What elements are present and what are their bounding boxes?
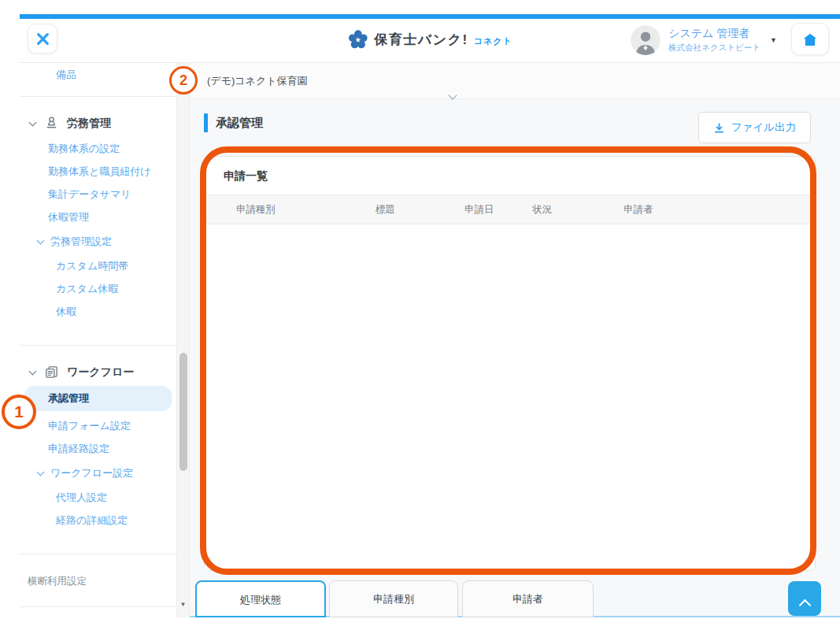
user-name: システム 管理者 bbox=[668, 27, 760, 41]
home-icon bbox=[801, 31, 819, 48]
sidebar-group-label: 横断利用設定 bbox=[20, 567, 176, 596]
column-header: 標題 bbox=[376, 195, 395, 224]
main-content: (デモ)コネクト保育園 承認管理 ファイル出力 申請一覧 申請種別標題申請日状況… bbox=[189, 63, 840, 617]
divider bbox=[20, 606, 176, 607]
facility-selector[interactable]: (デモ)コネクト保育園 bbox=[190, 63, 840, 99]
home-button[interactable] bbox=[791, 23, 829, 55]
sidebar-scrollbar[interactable]: ▼ bbox=[176, 63, 189, 617]
scroll-to-top-button[interactable] bbox=[788, 581, 821, 616]
chevron-down-icon bbox=[29, 121, 36, 125]
sidebar-item[interactable]: 経路の詳細設定 bbox=[20, 509, 176, 532]
stamp-icon bbox=[44, 116, 59, 131]
scrollbar-down-arrow-icon[interactable]: ▼ bbox=[177, 601, 189, 608]
sidebar-item[interactable]: 休暇 bbox=[20, 300, 176, 323]
scrollbar-thumb[interactable] bbox=[179, 353, 187, 471]
chevron-down-icon bbox=[37, 471, 44, 475]
sidebar-item[interactable]: 勤務体系の設定 bbox=[20, 137, 176, 160]
column-header: 状況 bbox=[532, 195, 552, 224]
divider bbox=[20, 96, 176, 97]
close-icon bbox=[35, 31, 51, 47]
sidebar-item[interactable]: 申請フォーム設定 bbox=[20, 414, 176, 437]
user-menu[interactable]: システム 管理者 株式会社ネクストビート ▼ bbox=[631, 25, 777, 55]
application-list-panel: 申請一覧 申請種別標題申請日状況申請者 bbox=[204, 156, 816, 571]
facility-name: (デモ)コネクト保育園 bbox=[207, 75, 308, 87]
file-export-label: ファイル出力 bbox=[731, 120, 796, 135]
column-header: 申請種別 bbox=[236, 195, 276, 224]
workflow-icon bbox=[44, 365, 59, 380]
sidebar-item[interactable]: 申請経路設定 bbox=[20, 437, 176, 460]
sidebar-section[interactable]: ワークフロー bbox=[20, 365, 176, 380]
page-title-text: 承認管理 bbox=[216, 116, 263, 131]
table-empty-body bbox=[205, 224, 815, 571]
column-header: 申請日 bbox=[464, 195, 494, 224]
panel-title: 申請一覧 bbox=[205, 157, 815, 195]
app-header: 保育士バンク! コネクト システム 管理者 株式会社ネクストビート ▼ bbox=[20, 19, 840, 63]
caret-down-icon: ▼ bbox=[770, 36, 777, 44]
chevron-down-icon bbox=[29, 370, 36, 374]
close-button[interactable] bbox=[28, 24, 57, 54]
filter-tab[interactable]: 申請者 bbox=[462, 580, 594, 617]
filter-tab[interactable]: 申請種別 bbox=[329, 580, 458, 617]
flower-logo-icon bbox=[347, 29, 368, 50]
column-header: 申請者 bbox=[624, 195, 653, 224]
sidebar: 備品労務管理勤務体系の設定勤務体系と職員紐付け集計データサマリ休暇管理労務管理設… bbox=[20, 63, 176, 617]
sidebar-item[interactable]: 集計データサマリ bbox=[20, 183, 176, 206]
table-header-row: 申請種別標題申請日状況申請者 bbox=[205, 195, 815, 224]
sidebar-item[interactable]: 勤務体系と職員紐付け bbox=[20, 160, 176, 183]
sidebar-item[interactable]: カスタム時間帯 bbox=[20, 254, 176, 277]
app-logo: 保育士バンク! コネクト bbox=[347, 29, 512, 50]
chevron-down-icon bbox=[37, 239, 44, 243]
download-icon bbox=[713, 122, 725, 134]
page-title: 承認管理 bbox=[204, 113, 263, 132]
sidebar-item[interactable]: 備品 bbox=[20, 63, 176, 86]
sidebar-item[interactable]: 代理人設定 bbox=[20, 486, 176, 509]
title-accent-bar bbox=[204, 113, 208, 132]
sidebar-item[interactable]: 休暇管理 bbox=[20, 206, 176, 228]
sidebar-subsection[interactable]: ワークフロー設定 bbox=[20, 460, 176, 486]
sidebar-subsection-label: ワークフロー設定 bbox=[50, 466, 133, 480]
divider bbox=[20, 554, 176, 554]
chevron-down-icon bbox=[450, 77, 456, 113]
sidebar-item[interactable]: カスタム休暇 bbox=[20, 277, 176, 300]
sidebar-section-label: ワークフロー bbox=[67, 365, 134, 380]
chevron-up-icon bbox=[798, 598, 811, 611]
sidebar-item[interactable]: 承認管理 bbox=[24, 386, 172, 411]
file-export-button[interactable]: ファイル出力 bbox=[698, 112, 811, 143]
logo-text: 保育士バンク! bbox=[374, 31, 468, 49]
filter-tab-bar: 処理状態申請種別申請者 bbox=[190, 580, 840, 617]
sidebar-subsection-label: 労務管理設定 bbox=[50, 235, 112, 249]
avatar-person-icon bbox=[631, 25, 661, 55]
app-window: 保育士バンク! コネクト システム 管理者 株式会社ネクストビート ▼ 備品労務… bbox=[0, 0, 840, 630]
user-info: システム 管理者 株式会社ネクストビート bbox=[668, 27, 760, 54]
logo-subtext: コネクト bbox=[474, 35, 513, 47]
user-organization: 株式会社ネクストビート bbox=[668, 43, 760, 54]
sidebar-section[interactable]: 労務管理 bbox=[20, 116, 176, 131]
sidebar-section-label: 労務管理 bbox=[67, 117, 111, 131]
sidebar-subsection[interactable]: 労務管理設定 bbox=[20, 228, 176, 254]
filter-tab[interactable]: 処理状態 bbox=[195, 580, 326, 617]
divider bbox=[20, 345, 176, 346]
